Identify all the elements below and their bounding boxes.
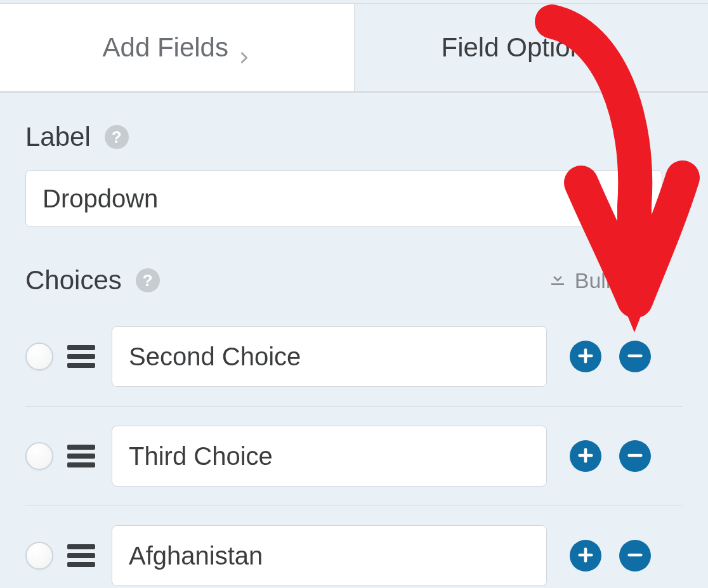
remove-choice-button[interactable] (619, 540, 651, 572)
chevron-right-icon (237, 41, 251, 55)
tab-field-options-label: Field Options (442, 32, 598, 63)
choices-header: Choices ? Bulk Add (25, 265, 683, 296)
drag-handle-icon[interactable] (67, 544, 95, 567)
add-choice-button[interactable] (570, 540, 601, 572)
choice-input[interactable] (112, 525, 547, 586)
minus-icon (626, 347, 644, 367)
tab-add-fields-label: Add Fields (103, 32, 228, 63)
drag-handle-icon[interactable] (67, 445, 95, 467)
choice-input[interactable] (112, 426, 547, 487)
add-choice-button[interactable] (570, 440, 601, 472)
choice-row-actions (570, 540, 651, 572)
tabs-bar: Add Fields Field Options (0, 4, 708, 93)
bulk-add-label: Bulk Add (575, 268, 660, 293)
bulk-add-button[interactable]: Bulk Add (548, 268, 683, 293)
choices-title: Choices (25, 265, 122, 296)
minus-icon (626, 546, 644, 566)
default-choice-radio[interactable] (25, 343, 53, 370)
remove-choice-button[interactable] (619, 440, 651, 472)
plus-icon (577, 546, 594, 566)
label-input[interactable] (25, 170, 662, 227)
choice-input[interactable] (112, 326, 547, 387)
plus-icon (577, 347, 594, 367)
download-icon (548, 268, 567, 293)
choice-row (25, 506, 683, 588)
drag-handle-icon[interactable] (67, 345, 95, 368)
field-options-panel: Label ? Choices ? Bulk Add (0, 93, 708, 588)
choice-row (25, 315, 683, 407)
default-choice-radio[interactable] (25, 442, 53, 470)
chevron-down-icon (607, 41, 621, 55)
default-choice-radio[interactable] (25, 542, 53, 570)
choice-row (25, 407, 683, 506)
plus-icon (577, 447, 594, 466)
choice-row-actions (570, 440, 651, 472)
label-title: Label (25, 122, 91, 152)
add-choice-button[interactable] (570, 341, 601, 372)
minus-icon (626, 447, 644, 466)
remove-choice-button[interactable] (619, 341, 651, 372)
help-icon[interactable]: ? (136, 268, 160, 292)
choice-row-actions (570, 341, 651, 372)
label-header: Label ? (25, 122, 683, 152)
tab-field-options[interactable]: Field Options (355, 4, 709, 91)
help-icon[interactable]: ? (105, 125, 129, 149)
choices-list (25, 315, 683, 588)
tab-add-fields[interactable]: Add Fields (0, 4, 355, 91)
